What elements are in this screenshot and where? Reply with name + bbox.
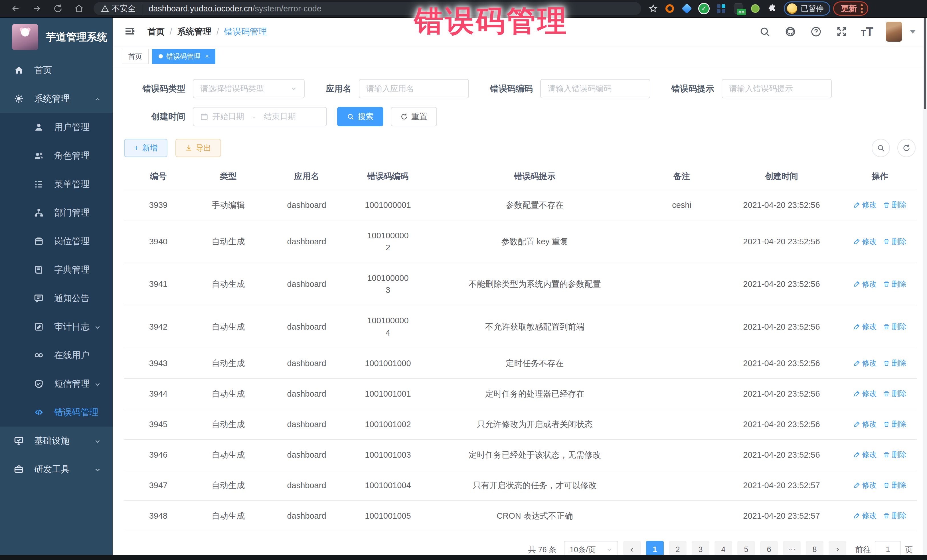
extension-pin-icon[interactable] — [747, 2, 764, 15]
delete-row-button[interactable]: 删除 — [883, 358, 906, 369]
sidebar-item-12[interactable]: 错误码管理 — [0, 398, 112, 426]
avatar-caret-icon[interactable] — [910, 30, 916, 33]
browser-back-icon[interactable] — [5, 2, 26, 15]
scrollbar[interactable] — [923, 18, 927, 555]
page-size-select[interactable]: 10条/页 — [564, 541, 618, 555]
page-button-8[interactable]: 8 — [806, 541, 824, 555]
delete-row-button[interactable]: 删除 — [883, 321, 906, 332]
breadcrumb-item-2[interactable]: 错误码管理 — [224, 26, 267, 38]
delete-row-button[interactable]: 删除 — [883, 389, 906, 399]
edit-row-button[interactable]: 修改 — [853, 419, 877, 430]
page-button-4[interactable]: 4 — [714, 541, 732, 555]
home-icon — [13, 64, 24, 76]
page-button-2[interactable]: 2 — [669, 541, 687, 555]
extensions-puzzle-icon[interactable] — [764, 2, 781, 15]
breadcrumb-item-0[interactable]: 首页 — [147, 26, 164, 38]
sidebar-item-label: 岗位管理 — [54, 235, 90, 247]
github-icon[interactable] — [784, 25, 797, 38]
sidebar-item-6[interactable]: 岗位管理 — [0, 227, 112, 255]
cell-code: 100100000 2 — [350, 220, 426, 263]
error-hint-input[interactable] — [729, 84, 824, 93]
page-button-5[interactable]: 5 — [737, 541, 755, 555]
sidebar-item-3[interactable]: 角色管理 — [0, 141, 112, 170]
extension-gem-icon[interactable] — [678, 2, 695, 15]
browser-menu-dots-icon[interactable] — [861, 4, 863, 13]
search-button-icon — [347, 113, 354, 120]
more-pages-button[interactable]: ··· — [783, 541, 801, 555]
page-button-1[interactable]: 1 — [646, 541, 664, 555]
address-bar[interactable]: 不安全 dashboard.yudao.iocoder.cn/system/er… — [94, 2, 641, 15]
hamburger-icon[interactable] — [124, 25, 137, 38]
bookmark-star-icon[interactable] — [645, 2, 661, 15]
show-search-toggle-button[interactable] — [872, 139, 890, 157]
delete-row-button[interactable]: 删除 — [883, 279, 906, 290]
next-page-button[interactable] — [828, 541, 846, 555]
user-icon — [33, 121, 44, 133]
extension-orange-icon[interactable] — [661, 2, 678, 15]
edit-row-button[interactable]: 修改 — [853, 389, 877, 399]
page-button-3[interactable]: 3 — [692, 541, 710, 555]
delete-row-button[interactable]: 删除 — [883, 510, 906, 521]
sidebar-item-2[interactable]: 用户管理 — [0, 113, 112, 141]
table-row: 3940自动生成dashboard100100000 2参数配置 key 重复2… — [124, 220, 917, 263]
edit-row-button[interactable]: 修改 — [853, 358, 877, 369]
extension-green-v-icon[interactable]: ✓ — [695, 2, 713, 15]
error-code-input[interactable] — [548, 84, 643, 93]
goto-page-input[interactable] — [875, 541, 901, 555]
tab-close-icon[interactable]: × — [205, 53, 209, 60]
sidebar-item-8[interactable]: 通知公告 — [0, 284, 112, 313]
browser-reload-icon[interactable] — [47, 2, 68, 15]
sidebar-item-1[interactable]: 系统管理 — [0, 84, 112, 113]
tab-0[interactable]: 首页 — [122, 49, 149, 64]
prev-page-button[interactable] — [623, 541, 641, 555]
export-button[interactable]: 导出 — [175, 139, 221, 157]
fullscreen-icon[interactable] — [835, 25, 848, 38]
profile-paused-pill[interactable]: 已暂停 — [784, 2, 830, 16]
search-icon[interactable] — [758, 25, 771, 38]
edit-row-button[interactable]: 修改 — [853, 237, 877, 247]
delete-row-button[interactable]: 删除 — [883, 480, 906, 491]
font-size-icon[interactable]: TT — [861, 26, 873, 38]
browser-forward-icon[interactable] — [26, 2, 47, 15]
sidebar-item-7[interactable]: 字典管理 — [0, 255, 112, 284]
edit-row-button[interactable]: 修改 — [853, 449, 877, 460]
search-button[interactable]: 搜索 — [337, 107, 383, 126]
user-avatar[interactable] — [886, 22, 902, 42]
edit-row-button[interactable]: 修改 — [853, 200, 877, 211]
sidebar-item-13[interactable]: 基础设施 — [0, 426, 112, 455]
extension-grid-icon[interactable] — [713, 2, 729, 15]
security-chip[interactable]: 不安全 — [101, 3, 142, 14]
sidebar-item-0[interactable]: 首页 — [0, 56, 112, 84]
delete-row-button[interactable]: 删除 — [883, 237, 906, 247]
error-type-select[interactable]: 请选择错误码类型 — [193, 79, 305, 99]
sidebar-item-4[interactable]: 菜单管理 — [0, 170, 112, 199]
breadcrumb-item-1[interactable]: 系统管理 — [177, 26, 211, 38]
sidebar-item-10[interactable]: 在线用户 — [0, 341, 112, 370]
delete-row-button[interactable]: 删除 — [883, 419, 906, 430]
help-icon[interactable] — [810, 25, 823, 38]
browser-update-button[interactable]: 更新 — [833, 2, 868, 16]
delete-row-button[interactable]: 删除 — [883, 200, 906, 211]
edit-row-button[interactable]: 修改 — [853, 279, 877, 290]
refresh-table-button[interactable] — [897, 139, 916, 157]
sidebar-item-14[interactable]: 研发工具 — [0, 455, 112, 484]
delete-icon — [883, 512, 890, 519]
scrollbar-thumb[interactable] — [924, 18, 926, 109]
extension-dark-on-icon[interactable]: on — [729, 2, 747, 15]
browser-home-icon[interactable] — [68, 2, 90, 15]
app-name-input[interactable] — [366, 84, 462, 93]
reset-button[interactable]: 重置 — [391, 107, 437, 126]
breadcrumb: 首页/系统管理/错误码管理 — [147, 26, 267, 38]
date-range-picker[interactable]: 开始日期 - 结束日期 — [193, 107, 327, 126]
add-button[interactable]: + 新增 — [124, 139, 167, 157]
edit-row-button[interactable]: 修改 — [853, 510, 877, 521]
edit-row-button[interactable]: 修改 — [853, 480, 877, 491]
app-logo[interactable]: 芋道管理系统 — [0, 18, 112, 56]
delete-row-button[interactable]: 删除 — [883, 449, 906, 460]
edit-row-button[interactable]: 修改 — [853, 321, 877, 332]
sidebar-item-5[interactable]: 部门管理 — [0, 199, 112, 227]
page-button-6[interactable]: 6 — [760, 541, 778, 555]
sidebar-item-9[interactable]: 审计日志 — [0, 313, 112, 341]
sidebar-item-11[interactable]: 短信管理 — [0, 370, 112, 398]
tab-1[interactable]: 错误码管理× — [152, 49, 215, 64]
